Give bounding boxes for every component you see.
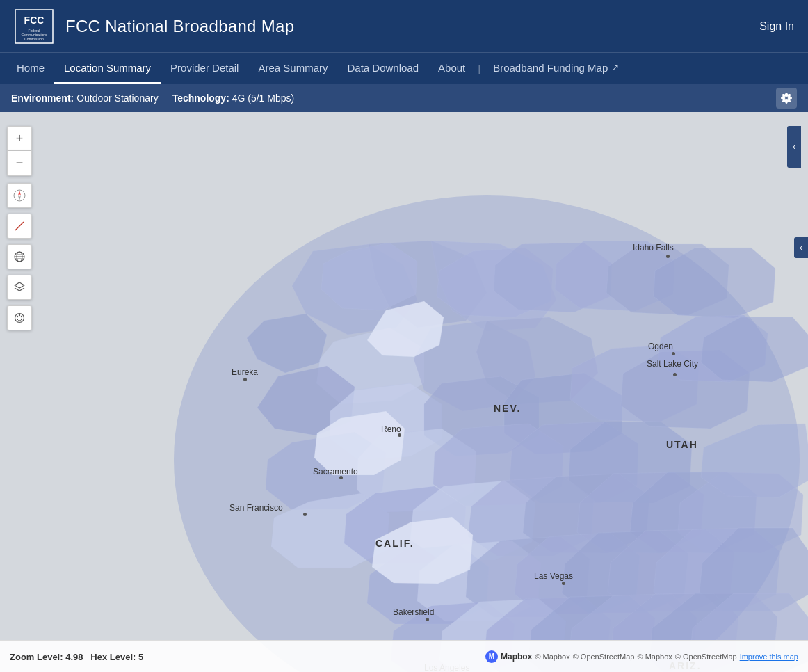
map-background xyxy=(0,112,808,672)
external-link-icon: ↗ xyxy=(612,63,619,72)
svg-marker-65 xyxy=(18,195,21,200)
collapse-panel-button[interactable]: ‹ xyxy=(787,126,801,168)
header: FCC Federal Communications Commission FC… xyxy=(0,0,808,52)
svg-point-77 xyxy=(21,316,22,317)
map-controls-right: ‹ xyxy=(787,126,801,168)
zoom-level-value: 4.98 xyxy=(65,652,83,662)
app-title: FCC National Broadband Map xyxy=(65,17,294,36)
compass-button[interactable] xyxy=(7,183,32,208)
attribution-openstreetmap2: © OpenStreetMap xyxy=(675,653,737,661)
zoom-level-label: Zoom Level: xyxy=(10,652,63,662)
technology-filter: Technology: 4G (5/1 Mbps) xyxy=(172,93,295,104)
draw-button[interactable] xyxy=(7,214,32,239)
svg-marker-73 xyxy=(15,282,24,288)
nav-item-location-summary[interactable]: Location Summary xyxy=(54,53,161,84)
mapbox-logo-text: Mapbox xyxy=(501,652,532,662)
environment-filter: Environment: Outdoor Stationary xyxy=(11,93,159,104)
draw-icon xyxy=(14,221,25,232)
globe-icon xyxy=(14,251,25,262)
layers-button[interactable] xyxy=(7,275,32,300)
zoom-in-button[interactable]: + xyxy=(7,126,32,151)
hex-level-label: Hex Level: xyxy=(90,652,136,662)
legend-expand-button[interactable]: ‹ xyxy=(794,237,808,258)
svg-text:FCC: FCC xyxy=(24,15,45,26)
settings-button[interactable] xyxy=(776,88,797,109)
nav-item-provider-detail[interactable]: Provider Detail xyxy=(161,53,248,84)
svg-point-76 xyxy=(19,314,20,316)
svg-text:Commission: Commission xyxy=(24,37,44,41)
nav-item-broadband-funding[interactable]: Broadband Funding Map ↗ xyxy=(483,53,629,84)
main-nav: Home Location Summary Provider Detail Ar… xyxy=(0,52,808,84)
svg-marker-64 xyxy=(18,191,21,195)
attribution-mapbox2: © Mapbox xyxy=(638,653,672,661)
mapbox-logo: M Mapbox xyxy=(485,650,532,663)
filter-bar: Environment: Outdoor Stationary Technolo… xyxy=(0,84,808,112)
nav-separator: | xyxy=(475,53,483,84)
map-container[interactable]: + − xyxy=(0,112,808,672)
logo-area: FCC Federal Communications Commission FC… xyxy=(14,8,294,45)
layers-icon xyxy=(14,282,25,293)
attribution-mapbox: © Mapbox xyxy=(535,653,569,661)
zoom-control-group: + − xyxy=(7,126,32,176)
zoom-info-container: Zoom Level: 4.98 Hex Level: 5 xyxy=(10,650,143,663)
svg-point-75 xyxy=(17,316,18,317)
settings-icon xyxy=(781,93,792,104)
globe-button[interactable] xyxy=(7,244,32,269)
zoom-info: Zoom Level: 4.98 Hex Level: 5 xyxy=(10,652,143,662)
mapbox-icon: M xyxy=(485,650,498,663)
attribution-openstreetmap: © OpenStreetMap xyxy=(573,653,635,661)
chevron-left-icon-2: ‹ xyxy=(800,243,802,253)
zoom-out-button[interactable]: − xyxy=(7,151,32,176)
nav-item-data-download[interactable]: Data Download xyxy=(337,53,428,84)
improve-map-link[interactable]: Improve this map xyxy=(740,653,798,661)
map-controls-left: + − xyxy=(7,126,32,330)
svg-line-67 xyxy=(17,223,22,229)
nav-item-home[interactable]: Home xyxy=(7,53,54,84)
nav-item-area-summary[interactable]: Area Summary xyxy=(248,53,337,84)
filter-left: Environment: Outdoor Stationary Technolo… xyxy=(11,93,294,104)
map-attribution: M Mapbox © Mapbox © OpenStreetMap © Mapb… xyxy=(485,650,798,663)
palette-button[interactable] xyxy=(7,305,32,330)
bottom-bar: Zoom Level: 4.98 Hex Level: 5 M Mapbox ©… xyxy=(0,640,808,672)
palette-icon xyxy=(14,312,25,323)
nav-item-about[interactable]: About xyxy=(428,53,475,84)
fcc-logo: FCC Federal Communications Commission xyxy=(14,8,54,45)
compass-icon xyxy=(13,189,26,202)
hex-level-value: 5 xyxy=(138,652,143,662)
chevron-left-icon: ‹ xyxy=(793,142,795,152)
sign-in-button[interactable]: Sign In xyxy=(759,20,794,33)
